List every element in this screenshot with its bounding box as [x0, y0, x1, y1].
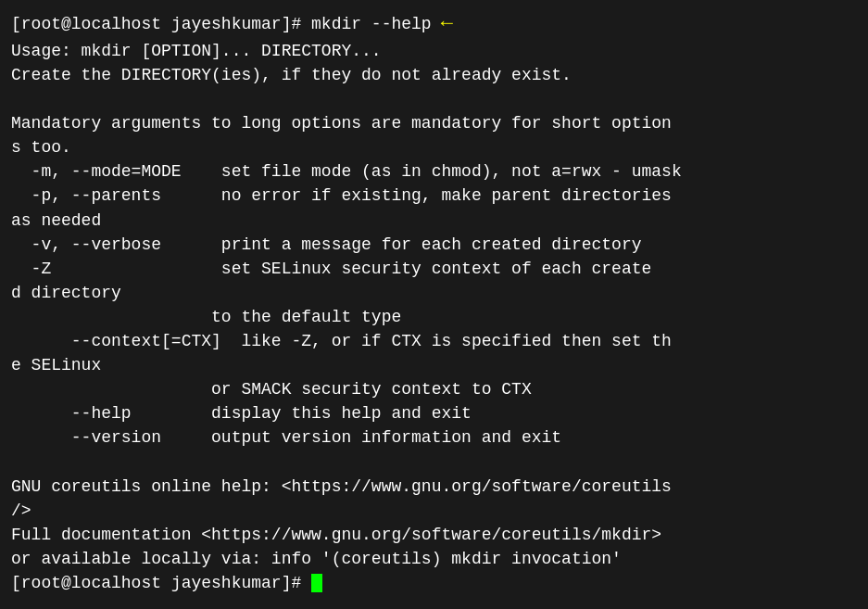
- default-type-line: to the default type: [11, 305, 857, 329]
- command-text: [root@localhost jayeshkumar]# mkdir --he…: [11, 12, 432, 36]
- terminal-window: [root@localhost jayeshkumar]# mkdir --he…: [0, 0, 868, 609]
- mandatory-line: Mandatory arguments to long options are …: [11, 111, 857, 135]
- create-line: Create the DIRECTORY(ies), if they do no…: [11, 63, 857, 87]
- context-line: --context[=CTX] like -Z, or if CTX is sp…: [11, 329, 857, 353]
- d-directory-line: d directory: [11, 281, 857, 305]
- mode-line: -m, --mode=MODE set file mode (as in chm…: [11, 159, 857, 184]
- usage-line: Usage: mkdir [OPTION]... DIRECTORY...: [11, 39, 857, 63]
- help-line: --help display this help and exit: [11, 401, 857, 425]
- arrow-icon: ←: [441, 9, 453, 39]
- e-selinux-line: e SELinux: [11, 353, 857, 377]
- locally-line: or available locally via: info '(coreuti…: [11, 547, 857, 571]
- full-doc-line: Full documentation <https://www.gnu.org/…: [11, 523, 857, 547]
- verbose-line: -v, --verbose print a message for each c…: [11, 233, 857, 257]
- slash-line: />: [11, 499, 857, 523]
- z-line: -Z set SELinux security context of each …: [11, 257, 857, 281]
- command-line: [root@localhost jayeshkumar]# mkdir --he…: [11, 9, 857, 39]
- blank-1: [11, 87, 857, 111]
- smack-line: or SMACK security context to CTX: [11, 377, 857, 401]
- final-prompt-line: [root@localhost jayeshkumar]#: [11, 571, 857, 595]
- parents-line: -p, --parents no error if existing, make…: [11, 184, 857, 208]
- as-needed-line: as needed: [11, 209, 857, 233]
- gnu-line: GNU coreutils online help: <https://www.…: [11, 475, 857, 499]
- blank-2: [11, 450, 857, 474]
- terminal-cursor: [311, 574, 322, 592]
- s-too-line: s too.: [11, 135, 857, 159]
- version-line: --version output version information and…: [11, 425, 857, 450]
